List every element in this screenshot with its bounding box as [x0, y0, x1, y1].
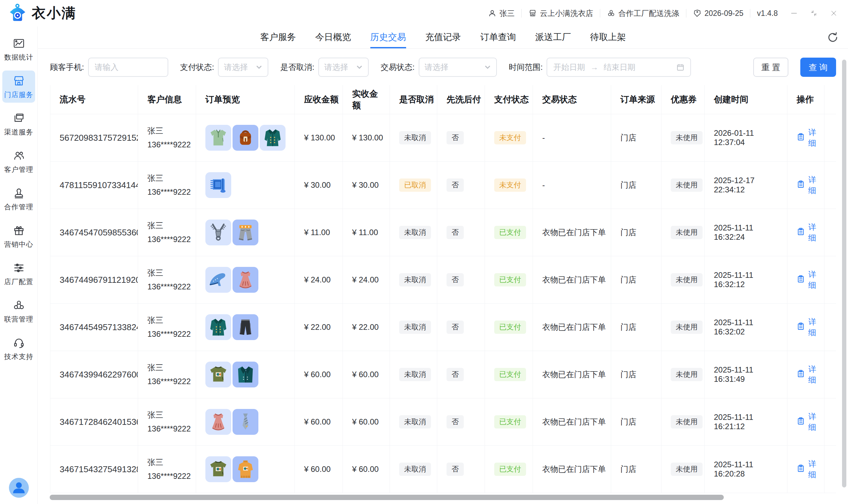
customer-phone: 136****9222	[147, 235, 191, 244]
detail-link[interactable]: 详细	[797, 411, 821, 432]
cell-coupon: 未使用	[661, 446, 705, 493]
sidebar-item-tech-support[interactable]: 技术支持	[2, 332, 35, 365]
cell-pay_status: 已支付	[485, 256, 533, 303]
tab-充值记录[interactable]: 充值记录	[425, 26, 461, 48]
tab-客户服务[interactable]: 客户服务	[260, 26, 296, 48]
cell-receivable: ¥ 30.00	[295, 162, 343, 209]
detail-link[interactable]: 详细	[797, 127, 821, 148]
tabbar: 客户服务今日概览历史交易充值记录订单查询派送工厂待取上架	[38, 26, 848, 49]
user-avatar[interactable]	[8, 478, 29, 498]
sidebar-item-store-service[interactable]: 门店服务	[2, 71, 35, 103]
status-badge: 否	[446, 273, 464, 286]
refresh-icon[interactable]	[827, 32, 839, 43]
column-header: 实收金额	[343, 85, 390, 114]
item-high-heel-icon[interactable]	[205, 267, 231, 293]
pay-status-select[interactable]: 请选择	[218, 58, 268, 77]
customer-phone: 136****9222	[147, 188, 191, 196]
minimize-button[interactable]	[790, 9, 798, 18]
tab-历史交易[interactable]: 历史交易	[370, 26, 406, 48]
detail-link[interactable]: 详细	[797, 317, 821, 338]
headset-icon	[13, 337, 25, 349]
item-tie-icon[interactable]	[232, 409, 258, 435]
sidebar-item-coop-mgmt[interactable]: 合作管理	[2, 183, 35, 215]
version-label: v1.4.8	[757, 9, 778, 18]
item-trousers-icon[interactable]	[232, 314, 258, 340]
close-button[interactable]	[829, 9, 838, 18]
trade-status-select[interactable]: 请选择	[419, 58, 497, 77]
filter-time-range: 时间范围: 开始日期 → 结束日期	[509, 58, 691, 77]
cell-receivable: ¥ 22.00	[295, 304, 343, 351]
cell-receivable: ¥ 130.00	[295, 114, 343, 161]
status-badge: 未支付	[494, 179, 526, 192]
customer-phone: 136****9222	[147, 330, 191, 338]
column-header: 应收金额	[295, 85, 343, 114]
cell-received: ¥ 130.00	[343, 114, 390, 161]
sidebar-item-store-factory-config[interactable]: 店厂配置	[2, 258, 35, 290]
cell-items	[196, 446, 295, 493]
cell-wash_first_pay_later: 否	[437, 114, 485, 161]
clipboard-icon	[797, 133, 805, 143]
item-dress-icon[interactable]	[205, 409, 231, 435]
tab-订单查询[interactable]: 订单查询	[480, 26, 516, 48]
search-button[interactable]: 查询	[800, 58, 836, 77]
sidebar-item-data-stats[interactable]: 数据统计	[2, 33, 35, 65]
status-badge: 未取消	[399, 368, 431, 381]
item-dress-icon[interactable]	[232, 267, 258, 293]
status-badge: 否	[446, 226, 464, 239]
tab-派送工厂[interactable]: 派送工厂	[535, 26, 571, 48]
current-date[interactable]: 2026-09-25	[693, 9, 744, 18]
item-sweater-icon[interactable]	[232, 456, 258, 482]
cell-trade_status: 衣物已在门店下单	[533, 398, 611, 445]
restore-button[interactable]	[810, 9, 818, 18]
cell-customer: 张三136****9222	[138, 304, 196, 351]
current-store[interactable]: 云上小满洗衣店	[528, 8, 593, 19]
storefront-icon	[13, 74, 25, 87]
sidebar-item-channel-service[interactable]: 渠道服务	[2, 108, 35, 140]
cell-trade_status: 衣物已在门店下单	[533, 209, 611, 256]
cell-customer: 张三136****9222	[138, 114, 196, 161]
item-handbag-icon[interactable]	[232, 125, 258, 151]
detail-link[interactable]: 详细	[797, 222, 821, 243]
cell-cancelled: 未取消	[390, 304, 437, 351]
clipboard-icon	[797, 417, 805, 427]
item-tshirt-icon[interactable]	[205, 362, 231, 388]
filter-cancel: 是否取消: 请选择	[280, 58, 369, 77]
item-trench-coat-icon[interactable]	[205, 314, 231, 340]
item-zipper-icon[interactable]	[205, 219, 231, 245]
cell-items	[196, 351, 295, 398]
end-date-placeholder: 结束日期	[603, 62, 635, 73]
item-trench-coat-icon[interactable]	[260, 125, 285, 151]
cancel-select[interactable]: 请选择	[318, 58, 369, 77]
detail-link[interactable]: 详细	[797, 269, 821, 290]
status-badge: 已支付	[494, 226, 526, 239]
current-user[interactable]: 张三	[488, 8, 515, 19]
cell-wash_first_pay_later: 否	[437, 304, 485, 351]
sliders-icon	[13, 262, 25, 274]
item-polo-shirt-icon[interactable]	[205, 125, 231, 151]
cell-pay_status: 已支付	[485, 446, 533, 493]
sidebar-item-customer-mgmt[interactable]: 客户管理	[2, 145, 35, 178]
phone-input[interactable]	[95, 62, 162, 72]
cell-trade_status: 衣物已在门店下单	[533, 351, 611, 398]
sidebar-item-marketing-center[interactable]: 营销中心	[2, 220, 35, 252]
reset-button[interactable]: 重置	[753, 58, 788, 77]
item-carpet-icon[interactable]	[205, 172, 231, 198]
tab-今日概览[interactable]: 今日概览	[315, 26, 351, 48]
horizontal-scrollbar[interactable]	[50, 495, 724, 500]
item-jeans-icon[interactable]	[232, 219, 258, 245]
status-badge: 否	[446, 415, 464, 429]
cell-coupon: 未使用	[661, 114, 705, 161]
detail-link[interactable]: 详细	[797, 458, 821, 480]
detail-link[interactable]: 详细	[797, 175, 821, 196]
item-jacket-icon[interactable]	[232, 362, 258, 388]
filter-bar: 顾客手机: 支付状态: 请选择 是否取消: 请选择 交	[38, 49, 848, 77]
date-range-picker[interactable]: 开始日期 → 结束日期	[547, 58, 691, 77]
delivery-mode[interactable]: 合作工厂配送洗涤	[607, 8, 679, 19]
cell-receivable: ¥ 24.00	[295, 256, 343, 303]
vertical-scrollbar[interactable]	[842, 60, 846, 487]
item-tshirt-icon[interactable]	[205, 456, 231, 482]
sidebar-item-label: 渠道服务	[4, 127, 33, 137]
tab-待取上架[interactable]: 待取上架	[590, 26, 626, 48]
sidebar-item-joint-mgmt[interactable]: 联营管理	[2, 295, 35, 327]
detail-link[interactable]: 详细	[797, 364, 821, 385]
